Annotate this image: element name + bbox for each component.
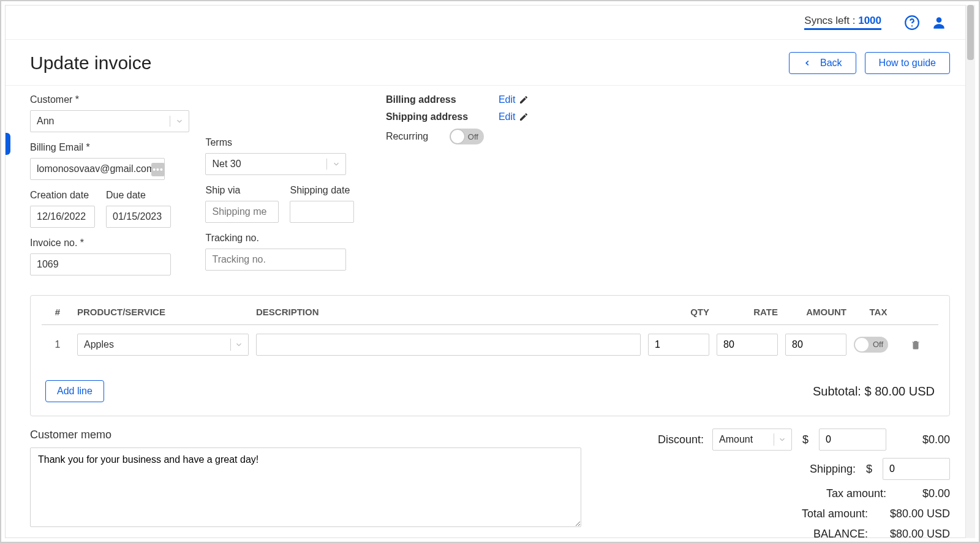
- chevron-down-icon: [175, 117, 184, 125]
- subtotal: Subtotal: $ 80.00 USD: [813, 384, 935, 399]
- syncs-left: Syncs left : 1000: [804, 15, 881, 30]
- invoice-no-label: Invoice no. *: [30, 238, 189, 249]
- syncs-left-label: Syncs left :: [804, 15, 858, 26]
- delete-line-icon[interactable]: [910, 339, 935, 350]
- ship-via-label: Ship via: [205, 185, 279, 196]
- shipping-label: Shipping:: [810, 463, 856, 476]
- back-button[interactable]: Back: [789, 52, 856, 74]
- page-header: Update invoice Back How to guide: [6, 40, 974, 86]
- billing-email-input[interactable]: [30, 158, 165, 180]
- customer-label: Customer *: [30, 94, 189, 105]
- terms-label: Terms: [205, 137, 364, 148]
- line-description-input[interactable]: [256, 334, 641, 356]
- line-tax-state: Off: [873, 340, 883, 349]
- shipping-address-edit[interactable]: Edit: [499, 111, 529, 122]
- col-desc: DESCRIPTION: [256, 307, 641, 317]
- dollar-sign: $: [801, 433, 810, 446]
- top-bar: Syncs left : 1000: [6, 6, 974, 40]
- discount-type-select[interactable]: Amount: [712, 429, 792, 451]
- billing-email-label: Billing Email *: [30, 142, 189, 153]
- shipping-date-label: Shipping date: [290, 185, 354, 196]
- chevron-left-icon: [803, 59, 812, 67]
- line-qty-input[interactable]: [648, 334, 709, 356]
- col-rate: RATE: [717, 307, 778, 317]
- due-date-input[interactable]: [106, 206, 171, 228]
- tracking-no-label: Tracking no.: [205, 233, 364, 244]
- line-number: 1: [45, 339, 70, 350]
- col-product: PRODUCT/SERVICE: [77, 307, 249, 317]
- col-qty: QTY: [648, 307, 709, 317]
- more-icon[interactable]: •••: [151, 163, 165, 176]
- creation-date-label: Creation date: [30, 190, 95, 201]
- line-product-select[interactable]: Apples: [77, 334, 249, 356]
- billing-address-label: Billing address: [386, 94, 484, 105]
- balance-value: $80.00 USD: [876, 528, 950, 538]
- terms-value: Net 30: [212, 159, 241, 170]
- tax-amount-label: Tax amount:: [826, 487, 886, 500]
- pencil-icon: [519, 95, 529, 105]
- line-amount-input[interactable]: [785, 334, 846, 356]
- memo-textarea[interactable]: [30, 448, 581, 527]
- creation-date-input[interactable]: [30, 206, 95, 228]
- chevron-down-icon: [235, 340, 243, 349]
- how-to-guide-label: How to guide: [879, 58, 936, 69]
- balance-label: BALANCE:: [813, 528, 868, 538]
- customer-select[interactable]: Ann: [30, 110, 189, 132]
- recurring-toggle-state: Off: [468, 132, 478, 141]
- shipping-address-label: Shipping address: [386, 111, 484, 122]
- line-rate-input[interactable]: [717, 334, 778, 356]
- shipping-date-input[interactable]: [290, 201, 354, 223]
- billing-address-edit[interactable]: Edit: [499, 94, 529, 105]
- line-tax-toggle[interactable]: Off: [854, 337, 888, 353]
- user-icon[interactable]: [925, 9, 952, 36]
- discount-total: $0.00: [895, 433, 950, 446]
- discount-label: Discount:: [658, 433, 704, 446]
- tax-amount-value: $0.00: [895, 487, 950, 500]
- customer-value: Ann: [37, 116, 54, 127]
- svg-point-2: [937, 17, 942, 23]
- col-amount: AMOUNT: [785, 307, 846, 317]
- total-amount-label: Total amount:: [802, 507, 868, 520]
- discount-type-value: Amount: [719, 434, 753, 445]
- col-tax: TAX: [854, 307, 903, 317]
- dollar-sign: $: [864, 463, 874, 476]
- ship-via-input[interactable]: [205, 201, 279, 223]
- col-num: #: [45, 307, 70, 317]
- terms-select[interactable]: Net 30: [205, 153, 346, 175]
- recurring-label: Recurring: [386, 131, 435, 142]
- vertical-scrollbar[interactable]: [965, 5, 975, 538]
- line-items-panel: # PRODUCT/SERVICE DESCRIPTION QTY RATE A…: [30, 295, 950, 416]
- tracking-no-input[interactable]: [205, 249, 346, 271]
- subtotal-value: $ 80.00 USD: [864, 384, 935, 398]
- discount-value-input[interactable]: [819, 429, 886, 451]
- back-button-label: Back: [820, 58, 842, 69]
- pencil-icon: [519, 112, 529, 122]
- total-amount-value: $80.00 USD: [876, 507, 950, 520]
- page-title: Update invoice: [30, 53, 151, 73]
- line-item-row: 1 Apples Off: [42, 325, 938, 356]
- due-date-label: Due date: [106, 190, 171, 201]
- chevron-down-icon: [778, 435, 786, 444]
- add-line-button[interactable]: Add line: [45, 380, 104, 402]
- chevron-down-icon: [332, 160, 341, 168]
- recurring-toggle[interactable]: Off: [450, 129, 484, 144]
- memo-label: Customer memo: [30, 429, 581, 441]
- line-product-value: Apples: [84, 339, 114, 350]
- invoice-no-input[interactable]: [30, 253, 171, 275]
- how-to-guide-button[interactable]: How to guide: [865, 52, 950, 74]
- svg-point-1: [911, 25, 913, 26]
- syncs-left-count: 1000: [858, 15, 881, 26]
- shipping-value-input[interactable]: [883, 458, 950, 480]
- help-icon[interactable]: [899, 9, 925, 36]
